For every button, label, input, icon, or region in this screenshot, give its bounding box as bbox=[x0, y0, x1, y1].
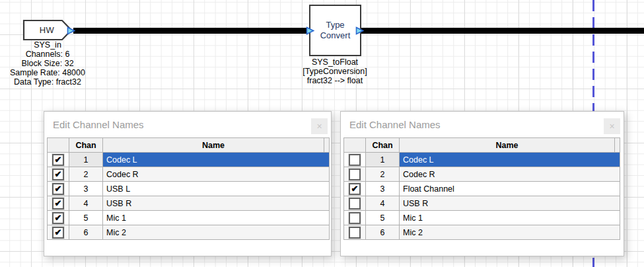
channel-number[interactable]: 6 bbox=[69, 225, 103, 240]
channel-number[interactable]: 1 bbox=[69, 153, 103, 167]
channel-checkbox-cell: ✔ bbox=[344, 153, 366, 167]
name-column-header[interactable]: Name bbox=[103, 138, 324, 153]
channel-checkbox[interactable]: ✔ bbox=[52, 169, 64, 180]
channel-table: Chan Name ✔ 1 Codec L ✔ 2 Codec R ✔ 3 Fl… bbox=[343, 137, 620, 240]
channel-number[interactable]: 5 bbox=[69, 211, 103, 225]
channel-name[interactable]: USB R bbox=[103, 196, 330, 211]
edit-channel-names-dialog-right: Edit Channel Names × Chan Name ✔ 1 Codec… bbox=[340, 111, 624, 256]
type-convert-instance-name: SYS_toFloat bbox=[269, 57, 401, 67]
channel-number[interactable]: 3 bbox=[69, 182, 103, 196]
checkbox-column-header[interactable] bbox=[344, 138, 366, 153]
channel-number[interactable]: 3 bbox=[366, 182, 400, 196]
channel-number[interactable]: 1 bbox=[366, 153, 400, 167]
channel-row: ✔ 6 Mic 2 bbox=[344, 225, 620, 240]
channel-name[interactable]: Float Channel bbox=[400, 182, 620, 196]
checkbox-column-header[interactable] bbox=[48, 138, 69, 153]
channel-row: ✔ 2 Codec R bbox=[48, 167, 330, 182]
hw-output-pin-icon[interactable] bbox=[67, 26, 75, 35]
channel-number[interactable]: 4 bbox=[366, 196, 400, 211]
channel-checkbox-cell: ✔ bbox=[344, 167, 366, 182]
type-convert-label-line1: Type bbox=[326, 20, 344, 30]
type-convert-class-name: [TypeConversion] bbox=[269, 67, 401, 76]
channel-table: Chan Name ✔ 1 Codec L ✔ 2 Codec R ✔ 3 US… bbox=[47, 137, 330, 240]
channel-checkbox[interactable]: ✔ bbox=[349, 183, 361, 195]
channel-name[interactable]: Mic 1 bbox=[103, 211, 330, 225]
check-icon: ✔ bbox=[54, 169, 63, 179]
channel-row: ✔ 5 Mic 1 bbox=[344, 211, 620, 225]
chan-column-header[interactable]: Chan bbox=[366, 138, 400, 153]
design-canvas[interactable]: HW SYS_in Channels: 6 Block Size: 32 Sam… bbox=[0, 0, 644, 267]
channel-number[interactable]: 4 bbox=[69, 196, 103, 211]
channel-number[interactable]: 2 bbox=[69, 167, 103, 182]
close-icon: × bbox=[316, 121, 322, 132]
channel-name[interactable]: USB L bbox=[103, 182, 330, 196]
channel-table-header: Chan Name bbox=[48, 138, 330, 153]
hw-block-caption: SYS_in Channels: 6 Block Size: 32 Sample… bbox=[0, 40, 114, 87]
channel-name[interactable]: Codec R bbox=[400, 167, 620, 182]
channel-name[interactable]: Mic 1 bbox=[400, 211, 620, 225]
channel-name[interactable]: Mic 2 bbox=[103, 225, 330, 240]
channel-checkbox[interactable]: ✔ bbox=[349, 227, 361, 239]
check-icon: ✔ bbox=[54, 184, 63, 194]
check-icon: ✔ bbox=[54, 227, 63, 237]
type-convert-output-pin-icon[interactable] bbox=[355, 26, 364, 35]
channel-number[interactable]: 2 bbox=[366, 167, 400, 182]
channel-checkbox[interactable]: ✔ bbox=[52, 154, 64, 166]
channel-checkbox[interactable]: ✔ bbox=[349, 169, 361, 180]
type-convert-input-pin-icon[interactable] bbox=[306, 26, 314, 35]
check-icon: ✔ bbox=[350, 184, 359, 194]
hw-datatype-info: Data Type: fract32 bbox=[0, 77, 114, 87]
channel-checkbox-cell: ✔ bbox=[48, 225, 69, 240]
channel-name[interactable]: Codec L bbox=[103, 153, 330, 167]
channel-name[interactable]: Mic 2 bbox=[400, 225, 620, 240]
channel-table-header: Chan Name bbox=[344, 138, 620, 153]
channel-checkbox-cell: ✔ bbox=[48, 153, 69, 167]
channel-row: ✔ 5 Mic 1 bbox=[48, 211, 330, 225]
channel-checkbox-cell: ✔ bbox=[48, 182, 69, 196]
channel-number[interactable]: 6 bbox=[366, 225, 400, 240]
channel-name[interactable]: Codec L bbox=[400, 153, 620, 167]
channel-row: ✔ 1 Codec L bbox=[48, 153, 330, 167]
type-convert-conversion-info: fract32 --> float bbox=[269, 76, 401, 85]
close-button[interactable]: × bbox=[311, 118, 328, 134]
type-convert-block[interactable]: Type Convert bbox=[309, 5, 361, 56]
channel-name[interactable]: USB R bbox=[400, 196, 620, 211]
channel-checkbox[interactable]: ✔ bbox=[52, 227, 64, 239]
channel-checkbox[interactable]: ✔ bbox=[52, 212, 64, 224]
channel-checkbox-cell: ✔ bbox=[344, 182, 366, 196]
check-icon: ✔ bbox=[54, 213, 63, 223]
check-icon: ✔ bbox=[54, 155, 63, 165]
channel-row: ✔ 3 Float Channel bbox=[344, 182, 620, 196]
channel-checkbox-cell: ✔ bbox=[344, 225, 366, 240]
channel-checkbox[interactable]: ✔ bbox=[349, 154, 361, 166]
header-filler bbox=[324, 138, 330, 153]
dialog-title: Edit Channel Names bbox=[53, 119, 144, 130]
close-icon: × bbox=[609, 121, 614, 132]
channel-checkbox-cell: ✔ bbox=[48, 196, 69, 211]
channel-checkbox[interactable]: ✔ bbox=[349, 212, 361, 224]
dialog-titlebar[interactable]: Edit Channel Names × bbox=[44, 112, 331, 137]
channel-checkbox[interactable]: ✔ bbox=[52, 183, 64, 195]
channel-checkbox-cell: ✔ bbox=[344, 196, 366, 211]
channel-row: ✔ 2 Codec R bbox=[344, 167, 620, 182]
hw-channels-info: Channels: 6 bbox=[0, 50, 114, 59]
channel-checkbox-cell: ✔ bbox=[48, 211, 69, 225]
type-convert-label-line2: Convert bbox=[320, 30, 351, 41]
hw-blocksize-info: Block Size: 32 bbox=[0, 59, 114, 68]
close-button[interactable]: × bbox=[604, 118, 620, 134]
hw-samplerate-info: Sample Rate: 48000 bbox=[0, 68, 114, 77]
header-filler bbox=[615, 138, 620, 153]
channel-name[interactable]: Codec R bbox=[103, 167, 330, 182]
edit-channel-names-dialog-left: Edit Channel Names × Chan Name ✔ 1 Codec… bbox=[44, 111, 332, 256]
dialog-titlebar[interactable]: Edit Channel Names × bbox=[341, 112, 624, 137]
name-column-header[interactable]: Name bbox=[400, 138, 615, 153]
channel-number[interactable]: 5 bbox=[366, 211, 400, 225]
type-convert-caption: SYS_toFloat [TypeConversion] fract32 -->… bbox=[269, 57, 401, 85]
channel-checkbox[interactable]: ✔ bbox=[52, 198, 64, 210]
check-icon: ✔ bbox=[54, 198, 63, 208]
channel-checkbox[interactable]: ✔ bbox=[349, 198, 361, 210]
chan-column-header[interactable]: Chan bbox=[69, 138, 103, 153]
dialog-title: Edit Channel Names bbox=[349, 119, 441, 130]
channel-checkbox-cell: ✔ bbox=[48, 167, 69, 182]
channel-row: ✔ 3 USB L bbox=[48, 182, 330, 196]
